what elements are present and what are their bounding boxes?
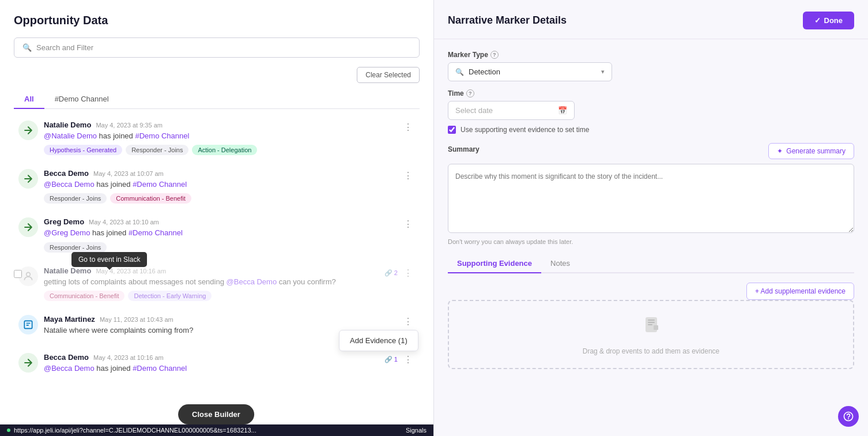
done-button[interactable]: ✓ Done bbox=[803, 12, 855, 29]
add-evidence-popup[interactable]: Add Evidence (1) bbox=[339, 330, 418, 351]
chevron-down-icon: ▾ bbox=[601, 68, 605, 76]
status-url: https://app.jeli.io/api/jeli?channel=C.J… bbox=[14, 427, 402, 434]
message-content: Becca Demo May 4, 2023 at 10:07 am @Becc… bbox=[44, 169, 415, 204]
use-evidence-checkbox[interactable] bbox=[448, 126, 456, 134]
left-panel: Opportunity Data 🔍 Search and Filter Cle… bbox=[0, 0, 434, 436]
right-panel-body: Marker Type ? 🔍 Detection ▾ Time ? Selec… bbox=[434, 39, 868, 436]
add-supplemental-button[interactable]: + Add supplemental evidence bbox=[746, 283, 854, 300]
message-item: Becca Demo May 4, 2023 at 10:07 am @Becc… bbox=[14, 162, 420, 211]
message-time: May 4, 2023 at 10:07 am bbox=[93, 170, 164, 177]
marker-type-field: Marker Type ? 🔍 Detection ▾ bbox=[448, 51, 854, 81]
message-author: Becca Demo bbox=[44, 169, 89, 178]
messages-list: Natalie Demo May 4, 2023 at 9:35 am @Nat… bbox=[14, 109, 420, 424]
tab-notes[interactable]: Notes bbox=[541, 254, 579, 273]
message-text: @Becca Demo has joined #Demo Channel bbox=[44, 363, 415, 374]
link-count: 🔗 2 bbox=[384, 269, 398, 277]
drop-icon bbox=[640, 314, 663, 341]
search-mini-icon: 🔍 bbox=[455, 68, 464, 76]
svg-rect-3 bbox=[648, 320, 655, 321]
date-picker[interactable]: Select date 📅 bbox=[448, 101, 575, 120]
channel-ref: #Demo Channel bbox=[133, 364, 187, 373]
help-fab[interactable] bbox=[838, 406, 859, 427]
clear-selected-button[interactable]: Clear Selected bbox=[357, 67, 420, 83]
message-header: Becca Demo May 4, 2023 at 10:07 am bbox=[44, 169, 415, 178]
tag: Hypothesis - Generated bbox=[44, 145, 122, 155]
use-evidence-row: Use supporting event evidence to set tim… bbox=[448, 126, 854, 134]
message-text: getting lots of complaints about message… bbox=[44, 277, 415, 287]
generate-summary-button[interactable]: ✦ Generate summary bbox=[768, 143, 854, 159]
tag: Communication - Benefit bbox=[110, 193, 191, 204]
message-content: Natalie Demo May 4, 2023 at 10:16 am get… bbox=[44, 266, 415, 301]
message-header: Becca Demo May 4, 2023 at 10:16 am bbox=[44, 353, 415, 362]
time-label: Time ? bbox=[448, 89, 854, 97]
message-tags: Responder - Joins bbox=[44, 242, 415, 253]
mention: @Greg Demo bbox=[44, 228, 90, 237]
date-placeholder: Select date bbox=[455, 106, 493, 115]
summary-label: Summary bbox=[448, 145, 480, 153]
more-options-button[interactable]: ⋮ bbox=[401, 315, 415, 328]
evidence-tabs: Supporting Evidence Notes bbox=[448, 254, 854, 273]
message-tags: Hypothesis - Generated Responder - Joins… bbox=[44, 145, 415, 155]
avatar bbox=[18, 121, 38, 140]
status-label: Signals bbox=[406, 427, 427, 434]
message-header: Maya Martinez May 11, 2023 at 10:43 am bbox=[44, 315, 415, 324]
more-options-button[interactable]: ⋮ bbox=[401, 217, 415, 231]
mention: @Becca Demo bbox=[44, 180, 95, 189]
message-actions: 🔗 1 ⋮ bbox=[384, 353, 415, 366]
message-author: Natalie Demo bbox=[44, 121, 91, 129]
message-time: May 11, 2023 at 10:43 am bbox=[100, 316, 173, 323]
summary-section: Summary ✦ Generate summary Don't worry y… bbox=[448, 143, 854, 245]
right-panel-title: Narrative Marker Details bbox=[448, 14, 567, 27]
marker-type-select[interactable]: 🔍 Detection ▾ bbox=[448, 62, 612, 81]
time-help-icon: ? bbox=[466, 89, 474, 97]
search-bar[interactable]: 🔍 Search and Filter bbox=[14, 37, 420, 58]
tab-all[interactable]: All bbox=[14, 90, 44, 109]
message-actions: ⋮ bbox=[401, 315, 415, 328]
message-actions: ⋮ bbox=[401, 217, 415, 231]
summary-hint: Don't worry you can always update this l… bbox=[448, 238, 854, 245]
message-text: @Greg Demo has joined #Demo Channel bbox=[44, 228, 415, 238]
message-item: Becca Demo May 4, 2023 at 10:16 am @Becc… bbox=[14, 346, 420, 384]
more-options-button[interactable]: ⋮ bbox=[401, 121, 415, 134]
message-content: Becca Demo May 4, 2023 at 10:16 am @Becc… bbox=[44, 353, 415, 377]
right-panel-header: Narrative Marker Details ✓ Done bbox=[434, 0, 868, 39]
avatar bbox=[18, 353, 38, 373]
status-dot bbox=[7, 429, 10, 432]
more-options-button[interactable]: ⋮ bbox=[401, 169, 415, 182]
message-time: May 4, 2023 at 9:35 am bbox=[96, 122, 163, 129]
sparkle-icon: ✦ bbox=[777, 147, 783, 155]
search-icon: 🔍 bbox=[22, 43, 32, 52]
more-options-button[interactable]: ⋮ bbox=[401, 353, 415, 366]
tag: Responder - Joins bbox=[44, 193, 107, 204]
tag: Action - Delegation bbox=[192, 145, 257, 155]
message-actions: ⋮ bbox=[401, 121, 415, 134]
avatar bbox=[18, 169, 38, 189]
channel-ref: #Demo Channel bbox=[129, 228, 183, 237]
summary-header: Summary ✦ Generate summary bbox=[448, 143, 854, 159]
message-author: Greg Demo bbox=[44, 217, 84, 226]
message-header: Natalie Demo May 4, 2023 at 9:35 am bbox=[44, 121, 415, 129]
message-text: @Natalie Demo has joined #Demo Channel bbox=[44, 131, 415, 141]
more-options-button[interactable]: ⋮ bbox=[401, 266, 415, 280]
tab-demo-channel[interactable]: #Demo Channel bbox=[44, 90, 119, 109]
message-content: Greg Demo May 4, 2023 at 10:10 am @Greg … bbox=[44, 217, 415, 252]
tab-supporting-evidence[interactable]: Supporting Evidence bbox=[448, 254, 541, 273]
close-builder-button[interactable]: Close Builder bbox=[178, 404, 254, 424]
message-item: Natalie Demo May 4, 2023 at 9:35 am @Nat… bbox=[14, 114, 420, 162]
marker-type-value: Detection bbox=[469, 67, 597, 76]
message-item: Greg Demo May 4, 2023 at 10:10 am @Greg … bbox=[14, 211, 420, 259]
time-field: Time ? Select date 📅 bbox=[448, 89, 854, 120]
message-actions: ⋮ bbox=[401, 169, 415, 182]
search-placeholder: Search and Filter bbox=[36, 43, 93, 52]
use-evidence-label: Use supporting event evidence to set tim… bbox=[461, 126, 589, 134]
mention: @Natalie Demo bbox=[44, 131, 97, 140]
tag: Detection - Early Warning bbox=[128, 291, 212, 301]
message-tags: Communication - Benefit Detection - Earl… bbox=[44, 291, 415, 301]
avatar bbox=[18, 315, 38, 334]
calendar-icon: 📅 bbox=[558, 106, 567, 115]
message-author: Maya Martinez bbox=[44, 315, 95, 324]
page-title: Opportunity Data bbox=[14, 14, 420, 27]
mention: @Becca Demo bbox=[227, 277, 277, 286]
message-checkbox[interactable] bbox=[14, 270, 22, 278]
summary-textarea[interactable] bbox=[448, 164, 854, 233]
